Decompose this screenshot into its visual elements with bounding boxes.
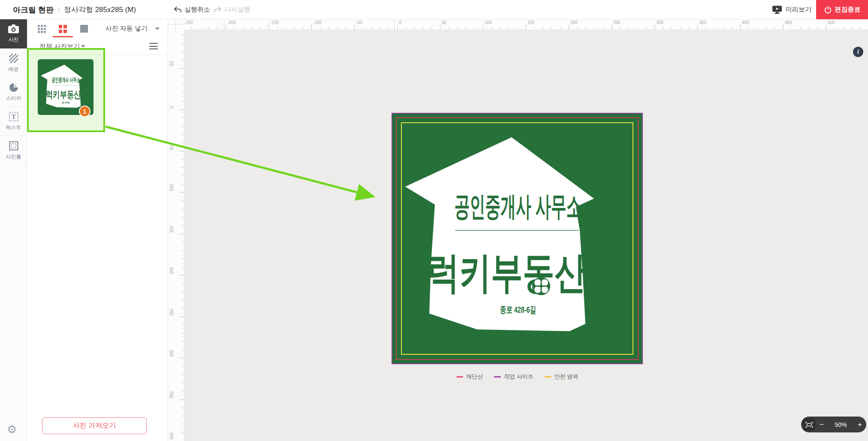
vertical-ruler: -50050100150200250300350400 — [168, 30, 184, 441]
ruler-label: 100 — [485, 20, 492, 25]
finish-edit-button[interactable]: 편집종료 — [816, 0, 868, 19]
ruler-tick — [181, 350, 184, 350]
ruler-tick — [423, 27, 423, 30]
ruler-tick — [320, 27, 320, 30]
design-artwork: 공인중개사 사무소 럭키부동산 종로 428-6길 — [392, 113, 643, 364]
ruler-tick — [181, 159, 184, 160]
ruler-tick — [835, 27, 835, 30]
ruler-tick — [732, 27, 732, 30]
design-line1: 공인중개사 사무소 — [455, 191, 582, 222]
ruler-tick — [179, 275, 184, 275]
ruler-tick — [783, 24, 784, 30]
ruler-tick — [181, 242, 184, 242]
zoom-in-button[interactable]: + — [853, 420, 866, 429]
ruler-tick — [457, 27, 458, 30]
ruler-tick — [483, 24, 483, 30]
ruler-tick — [181, 292, 184, 292]
ruler-tick — [509, 27, 509, 30]
ruler-tick — [226, 24, 226, 30]
ruler-guide-dash — [224, 19, 224, 30]
ruler-guide-dash — [394, 19, 395, 30]
photo-panel: 사진 자동 넣기 전체 사진보기 공인중개사 사무소 럭키부동산 — [27, 19, 168, 441]
chevron-down-icon[interactable] — [81, 45, 85, 48]
chevron-down-icon[interactable] — [155, 27, 160, 30]
ruler-tick — [697, 24, 698, 30]
legend-dash — [456, 376, 463, 378]
ruler-tick — [714, 27, 715, 30]
ruler-tick — [181, 267, 184, 267]
import-photos-button[interactable]: 사진 가져오기 — [42, 417, 147, 434]
ruler-tick — [680, 27, 681, 30]
auto-insert-photos-button[interactable]: 사진 자동 넣기 — [105, 19, 148, 38]
grid-view-medium-icon[interactable] — [59, 25, 67, 33]
settings-gear-icon[interactable]: ⚙ — [7, 424, 17, 435]
sidebar-item-label: 사진 — [9, 36, 19, 43]
ruler-tick — [354, 24, 355, 30]
design-line2: 럭키부동산 — [46, 89, 81, 100]
ruler-label: 100 — [169, 184, 174, 191]
ruler-label: 150 — [169, 226, 174, 233]
ruler-tick — [552, 27, 552, 30]
sidebar-item-photo[interactable]: 사진 — [0, 19, 27, 48]
ruler-tick — [181, 383, 184, 383]
ruler-tick — [181, 424, 184, 424]
ruler-tick — [181, 366, 184, 366]
ruler-label: 0 — [399, 20, 401, 25]
photo-frame-icon — [9, 141, 19, 151]
sidebar-item-label: 텍스트 — [6, 124, 21, 131]
canvas-design[interactable]: 공인중개사 사무소 럭키부동산 종로 428-6길 — [392, 113, 643, 364]
ruler-label: 450 — [785, 20, 792, 25]
fit-to-screen-button[interactable] — [803, 418, 815, 431]
undo-button[interactable]: 실행취소 — [173, 0, 210, 19]
ruler-tick — [526, 24, 526, 30]
ruler-label: 50 — [169, 145, 174, 150]
ruler-tick — [181, 300, 184, 300]
sidebar-item-text[interactable]: T 텍스트 — [0, 107, 27, 136]
preview-button[interactable]: 미리보기 — [772, 0, 811, 19]
ruler-label: 0 — [169, 106, 174, 109]
ruler-tick — [208, 27, 209, 30]
ruler-label: 250 — [613, 20, 621, 25]
ruler-tick — [181, 250, 184, 251]
ruler-tick — [414, 27, 415, 30]
redo-label: 다시실행 — [225, 6, 250, 14]
ruler-tick — [303, 27, 303, 30]
ruler-label: 300 — [656, 20, 663, 25]
grid-view-large-icon[interactable] — [80, 25, 88, 33]
ruler-tick — [603, 27, 603, 30]
ruler-tick — [852, 27, 852, 30]
ruler-tick — [277, 27, 277, 30]
ruler-tick — [179, 109, 184, 110]
undo-label: 실행취소 — [184, 6, 210, 14]
ruler-tick — [179, 358, 184, 358]
ruler-tick — [181, 126, 184, 127]
menu-icon[interactable] — [149, 43, 158, 49]
ruler-tick — [620, 27, 621, 30]
ruler-label: 350 — [169, 391, 174, 399]
horizontal-ruler: -250-200-150-100-50050100150200250300350… — [168, 19, 868, 30]
design-line2: 럭키부동산 — [428, 248, 586, 296]
ruler-tick — [181, 93, 184, 93]
ruler-tick — [329, 27, 329, 30]
redo-button[interactable]: 다시실행 — [214, 0, 250, 19]
ruler-tick — [637, 27, 638, 30]
ruler-tick — [577, 27, 578, 30]
zoom-out-button[interactable]: − — [815, 420, 828, 429]
monitor-play-icon — [772, 5, 782, 14]
ruler-tick — [181, 258, 184, 259]
ruler-tick — [817, 27, 818, 30]
ruler-tick — [749, 27, 749, 30]
guide-legend: 재단선 작업 사이즈 안전 영역 — [392, 373, 643, 381]
ruler-tick — [243, 27, 243, 30]
sidebar-item-sticker[interactable]: 스티커 — [0, 78, 27, 107]
sidebar-item-background[interactable]: 배경 — [0, 48, 27, 78]
ruler-tick — [181, 408, 184, 408]
info-button[interactable]: i — [853, 47, 863, 57]
power-icon — [824, 6, 832, 14]
ruler-tick — [181, 85, 184, 85]
ruler-tick — [663, 27, 663, 30]
sidebar-item-photo-frame[interactable]: 사진틀 — [0, 136, 27, 165]
clover-icon — [532, 277, 550, 295]
redo-arrow-icon — [214, 6, 222, 14]
grid-view-small-icon[interactable] — [38, 25, 46, 33]
